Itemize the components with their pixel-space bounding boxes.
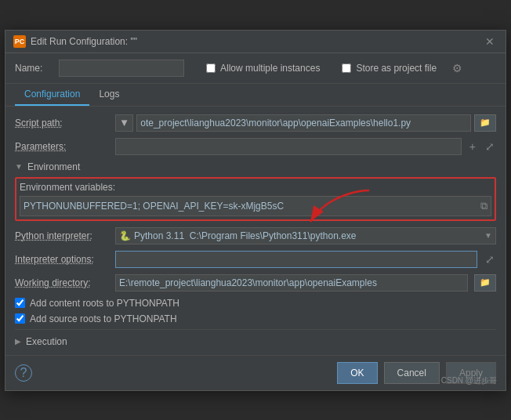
python-interpreter-select[interactable]: 🐍 Python 3.11 C:\Program Files\Python311… <box>115 227 496 244</box>
watermark: CSDN @进步哥 <box>441 375 497 386</box>
params-add-icon[interactable]: + <box>468 139 477 154</box>
environment-section-header: ▼ Environment <box>15 161 496 172</box>
parameters-input[interactable] <box>115 138 462 155</box>
allow-multiple-label: Allow multiple instances <box>220 63 320 74</box>
allow-multiple-group: Allow multiple instances <box>206 63 320 74</box>
dialog-title: Edit Run Configuration: "" <box>31 36 137 47</box>
add-source-roots-label: Add source roots to PYTHONPATH <box>30 313 177 324</box>
collapse-triangle-icon[interactable]: ▼ <box>15 162 23 171</box>
env-variables-input[interactable] <box>24 201 477 212</box>
working-directory-browse[interactable]: 📁 <box>474 274 496 291</box>
working-directory-row: Working directory: 📁 <box>15 274 496 291</box>
close-button[interactable]: ✕ <box>482 35 498 48</box>
env-input-row: ⧉ <box>20 196 491 216</box>
store-as-project-label: Store as project file <box>356 63 437 74</box>
interpreter-options-row: Interpreter options: ⤢ <box>15 251 496 268</box>
header-row: Name: Allow multiple instances Store as … <box>5 53 506 84</box>
working-directory-input[interactable] <box>115 274 468 291</box>
name-input[interactable] <box>59 60 184 77</box>
title-bar: PC Edit Run Configuration: "" ✕ <box>5 31 506 53</box>
add-source-roots-row: Add source roots to PYTHONPATH <box>15 313 496 324</box>
add-content-roots-label: Add content roots to PYTHONPATH <box>30 298 179 309</box>
script-path-field: ▼ 📁 <box>115 114 496 132</box>
execution-section: ▶ Execution <box>15 336 496 347</box>
edit-run-config-dialog: PC Edit Run Configuration: "" ✕ Name: Al… <box>5 30 506 391</box>
interpreter-dropdown-arrow[interactable]: ▼ <box>484 231 492 240</box>
env-label-row: Environment variables: <box>20 182 491 193</box>
execution-label: Execution <box>26 336 67 347</box>
tab-configuration[interactable]: Configuration <box>15 84 89 106</box>
ok-button[interactable]: OK <box>337 362 377 384</box>
store-as-project-checkbox[interactable] <box>342 63 351 73</box>
env-variables-label: Environment variables: <box>20 182 115 193</box>
script-path-row: Script path: ▼ 📁 <box>15 114 496 132</box>
environment-label: Environment <box>27 161 80 172</box>
env-variables-section: Environment variables: ⧉ <box>15 177 496 221</box>
add-source-roots-checkbox[interactable] <box>15 313 25 324</box>
separator <box>15 329 496 330</box>
app-icon: PC <box>13 35 26 48</box>
parameters-label: Parameters: <box>15 141 109 152</box>
python-interpreter-value: Python 3.11 C:\Program Files\Python311\p… <box>134 230 357 241</box>
python-interpreter-label: Python interpreter: <box>15 230 109 241</box>
interpreter-options-label: Interpreter options: <box>15 254 109 265</box>
title-bar-left: PC Edit Run Configuration: "" <box>13 35 137 48</box>
name-label: Name: <box>15 63 46 74</box>
interpreter-options-expand-icon[interactable]: ⤢ <box>484 252 496 267</box>
script-path-label: Script path: <box>15 118 109 129</box>
script-path-dropdown[interactable]: ▼ <box>115 114 133 132</box>
params-expand-icon[interactable]: ⤢ <box>484 139 496 154</box>
tab-logs[interactable]: Logs <box>89 84 129 106</box>
store-as-project-group: Store as project file <box>342 63 437 74</box>
script-path-input[interactable] <box>136 114 471 132</box>
help-button[interactable]: ? <box>15 364 32 382</box>
button-row: ? OK Cancel Apply <box>5 355 506 390</box>
gear-icon[interactable]: ⚙ <box>452 62 462 74</box>
copy-icon[interactable]: ⧉ <box>480 200 487 212</box>
interpreter-options-input[interactable] <box>115 251 477 268</box>
add-content-roots-checkbox[interactable] <box>15 298 25 308</box>
tabs-row: Configuration Logs <box>5 84 506 107</box>
allow-multiple-checkbox[interactable] <box>206 63 216 73</box>
parameters-row: Parameters: + ⤢ <box>15 138 496 155</box>
script-path-browse[interactable]: 📁 <box>474 114 496 132</box>
working-directory-label: Working directory: <box>15 277 109 288</box>
execution-collapse-icon[interactable]: ▶ <box>15 337 21 346</box>
python-interpreter-row: Python interpreter: 🐍 Python 3.11 C:\Pro… <box>15 227 496 244</box>
cancel-button[interactable]: Cancel <box>384 362 440 384</box>
add-content-roots-row: Add content roots to PYTHONPATH <box>15 298 496 309</box>
content-area: Script path: ▼ 📁 Parameters: + ⤢ ▼ Envir… <box>5 107 506 355</box>
